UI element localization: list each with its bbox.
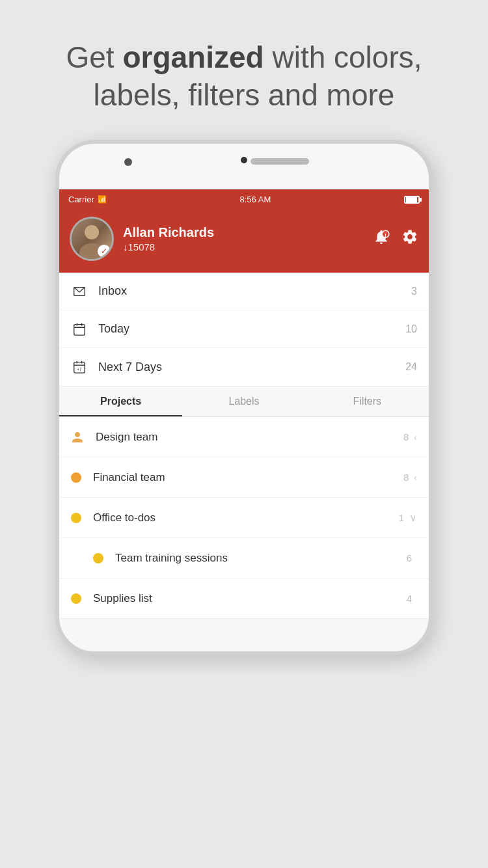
office-todos-chevron: ∨	[409, 511, 417, 524]
nav-list: Inbox 3 Today 10	[59, 273, 429, 387]
project-item-design-team[interactable]: Design team 8 ‹	[59, 417, 429, 457]
time-label: 8:56 AM	[240, 195, 271, 204]
inbox-icon	[71, 283, 88, 300]
next7days-icon: +7	[71, 359, 88, 375]
inbox-label: Inbox	[98, 284, 411, 298]
wifi-icon: 📶	[98, 195, 107, 204]
sensor-dot	[241, 157, 247, 163]
project-item-office-todos[interactable]: Office to-dos 1 ∨	[59, 498, 429, 538]
supplies-list-count: 4	[407, 593, 412, 604]
today-icon	[71, 321, 88, 338]
check-badge: ✓	[98, 245, 111, 258]
status-bar: Carrier 📶 8:56 AM	[59, 189, 429, 209]
volume-up-button	[55, 228, 57, 258]
team-training-count: 6	[407, 552, 412, 563]
battery-fill	[406, 197, 417, 202]
volume-down-button	[55, 267, 57, 297]
svg-text:!: !	[385, 232, 386, 238]
design-team-chevron: ‹	[414, 432, 417, 442]
phone-bottom	[59, 619, 429, 651]
profile-score: ↓15078	[123, 241, 373, 252]
svg-rect-3	[74, 324, 85, 335]
project-item-supplies-list[interactable]: Supplies list 4	[59, 578, 429, 619]
today-label: Today	[98, 322, 405, 336]
team-training-label: Team training sessions	[115, 552, 407, 565]
project-item-team-training[interactable]: Team training sessions 6	[59, 538, 429, 578]
profile-header: ✓ Allan Richards ↓15078 !	[59, 209, 429, 273]
team-training-dot	[93, 553, 103, 563]
carrier-label: Carrier	[68, 195, 94, 204]
next7days-label: Next 7 Days	[98, 360, 405, 374]
carrier-area: Carrier 📶	[68, 195, 107, 204]
power-button	[431, 248, 433, 287]
phone-screen: Carrier 📶 8:56 AM ✓ Allan Richards	[59, 189, 429, 619]
today-count: 10	[405, 323, 417, 335]
project-item-financial-team[interactable]: Financial team 8 ‹	[59, 457, 429, 498]
headline-text: Get organized with colors,labels, filter…	[40, 0, 448, 140]
battery-area	[404, 195, 420, 204]
profile-info: Allan Richards ↓15078	[123, 225, 373, 252]
settings-icon[interactable]	[401, 228, 418, 249]
profile-name: Allan Richards	[123, 225, 373, 240]
phone-top	[59, 144, 429, 189]
person-head	[85, 225, 99, 239]
phone-shell: Carrier 📶 8:56 AM ✓ Allan Richards	[55, 140, 433, 655]
financial-team-label: Financial team	[93, 471, 403, 484]
financial-team-dot	[71, 472, 81, 483]
avatar: ✓	[70, 217, 114, 261]
battery-icon	[404, 196, 420, 204]
tab-labels[interactable]: Labels	[182, 387, 305, 416]
header-icons: !	[373, 228, 418, 249]
tab-projects[interactable]: Projects	[59, 387, 182, 416]
notification-icon[interactable]: !	[373, 228, 390, 249]
tab-bar: Projects Labels Filters	[59, 387, 429, 417]
front-camera-icon	[124, 158, 132, 166]
nav-item-inbox[interactable]: Inbox 3	[59, 273, 429, 310]
inbox-count: 3	[411, 286, 417, 297]
svg-text:+7: +7	[77, 367, 82, 372]
speaker-grille	[251, 158, 309, 165]
financial-team-count: 8	[403, 472, 409, 483]
nav-item-next7days[interactable]: +7 Next 7 Days 24	[59, 348, 429, 386]
financial-team-chevron: ‹	[414, 472, 417, 483]
project-list: Design team 8 ‹ Financial team 8 ‹ Offic…	[59, 417, 429, 619]
office-todos-label: Office to-dos	[93, 511, 399, 524]
supplies-list-label: Supplies list	[93, 592, 407, 605]
nav-item-today[interactable]: Today 10	[59, 310, 429, 348]
design-team-label: Design team	[96, 431, 403, 444]
next7days-count: 24	[405, 361, 417, 373]
design-team-icon	[71, 431, 84, 444]
office-todos-dot	[71, 513, 81, 523]
supplies-list-dot	[71, 593, 81, 604]
tab-filters[interactable]: Filters	[306, 387, 429, 416]
office-todos-count: 1	[399, 512, 404, 523]
design-team-count: 8	[403, 431, 409, 442]
